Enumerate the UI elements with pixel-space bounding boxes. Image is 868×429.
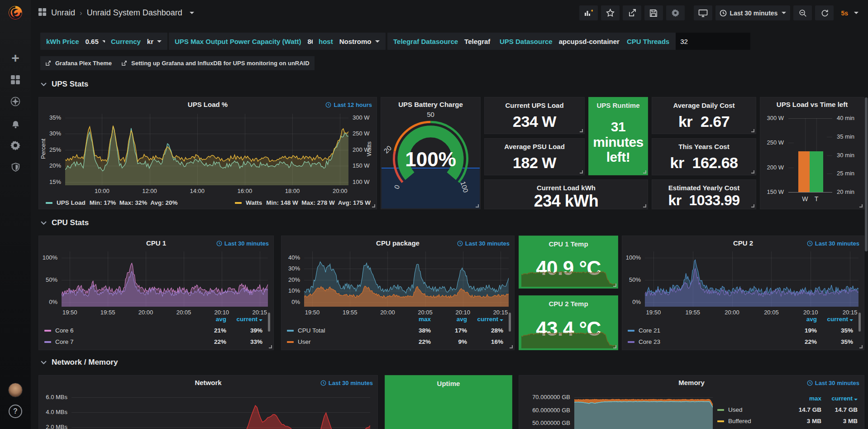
grafana-logo[interactable] (6, 3, 25, 22)
section-network-memory[interactable]: Network / Memory (41, 358, 118, 367)
stat-title[interactable]: CPU 2 Temp (548, 300, 588, 308)
legend-sort-current[interactable]: current (817, 316, 853, 323)
battery-gauge: 02050100100% (381, 97, 480, 209)
legend-sort-max[interactable]: max (395, 316, 431, 323)
panel-resize-handle[interactable] (751, 204, 754, 207)
panel-resize-handle[interactable] (859, 345, 863, 348)
legend-series-ups-load[interactable]: UPS LoadMin: 17% Max: 32% Avg: 20% (46, 199, 178, 206)
legend-series[interactable]: Core 7 (44, 338, 190, 345)
panel-resize-handle[interactable] (613, 345, 616, 348)
cpu-threads-input[interactable]: 32 (676, 33, 750, 50)
panel-time-override[interactable]: Last 30 minutes (807, 380, 859, 386)
dashboard-link-ups-monitoring[interactable]: Setting up Grafana and InfluxDB for UPS … (116, 56, 315, 70)
stat-title[interactable]: Average PSU Load (504, 143, 565, 150)
panel-current-ups-load: Current UPS Load 234 W (484, 97, 585, 134)
panel-title[interactable]: UPS Load vs Time left (760, 101, 864, 108)
stat-title[interactable]: CPU 1 Temp (548, 240, 588, 248)
legend-series[interactable]: User (287, 338, 395, 345)
stat-title[interactable]: Current UPS Load (505, 101, 563, 109)
panel-resize-handle[interactable] (580, 170, 583, 174)
axis-tick: 40 min (837, 115, 854, 121)
configuration-gear-icon[interactable] (0, 139, 31, 152)
legend-series[interactable]: Core 21 (628, 327, 781, 334)
legend-sort-current[interactable]: current (821, 395, 858, 402)
page-scrollbar[interactable] (865, 97, 868, 251)
legend-series[interactable]: Used (717, 406, 785, 413)
panel-title[interactable]: UPS Battery Charge (381, 101, 480, 108)
panel-resize-handle[interactable] (751, 129, 754, 132)
legend-scrollbar[interactable] (858, 313, 861, 332)
panel-resize-handle[interactable] (269, 345, 272, 348)
stat-title[interactable]: Average Daily Cost (673, 101, 734, 109)
variable-value-dropdown[interactable]: 0.65 (86, 38, 107, 45)
stat-title[interactable]: This Years Cost (678, 143, 729, 150)
variable-host: host Nostromo (313, 33, 386, 50)
ups-bars-plot: 300 W250 W200 W150 W40 min35 min30 min25… (760, 97, 864, 209)
y-axis-tick-right: 100 W (353, 178, 370, 185)
panel-time-override[interactable]: Last 30 minutes (320, 380, 373, 386)
section-cpu-stats[interactable]: CPU Stats (41, 218, 89, 227)
legend-sort-current[interactable]: current (467, 316, 503, 323)
y-axis-title-right: Watts (366, 124, 372, 174)
user-avatar[interactable] (8, 383, 23, 397)
series-color-swatch (717, 420, 724, 422)
variable-value-dropdown[interactable]: apcupsd-container (559, 38, 628, 45)
sidebar: + ? (0, 0, 31, 429)
panel-time-override[interactable]: Last 30 minutes (457, 240, 510, 247)
variable-telegraf-datasource: Telegraf Datasource Telegraf (387, 33, 504, 50)
cpu1-temp-sparkline (521, 268, 615, 287)
legend-sort-avg[interactable]: avg (781, 316, 817, 323)
legend-series[interactable]: Buffered (717, 418, 785, 424)
y-axis-tick-right: 300 W (353, 114, 370, 121)
legend-sort-max[interactable]: max (785, 395, 821, 402)
series-color-swatch (717, 409, 724, 411)
panel-time-override[interactable]: Last 30 minutes (807, 240, 859, 247)
graph-legend: avgcurrentCore 2119%35%Core 2322%35% (628, 313, 853, 347)
dashboard-canvas: kWh Price 0.65 Currency kr UPS Max Outpu… (0, 0, 868, 429)
legend-series-watts[interactable]: WattsMin: 148 W Max: 278 W Avg: 175 W (235, 199, 371, 206)
y-axis-tick: 35% (39, 114, 61, 121)
dashboard-link-plex-theme[interactable]: Grafana Plex Theme (40, 56, 117, 70)
legend-series[interactable]: Core 23 (628, 338, 781, 345)
y-axis-tick: 6.0 MBs (39, 394, 67, 400)
legend-sort-avg[interactable]: avg (190, 316, 226, 323)
panel-resize-handle[interactable] (580, 129, 583, 132)
panel-this-years-cost: This Years Cost kr 162.68 (652, 138, 756, 175)
explore-compass-icon[interactable] (0, 95, 31, 108)
legend-scrollbar[interactable] (509, 313, 511, 332)
variable-value-dropdown[interactable]: kr (147, 38, 162, 45)
panel-time-override[interactable]: Last 30 minutes (216, 240, 269, 247)
legend-series[interactable]: Core 6 (44, 327, 190, 334)
y-axis-tick: 4.0 MBs (39, 409, 67, 415)
legend-sort-avg[interactable]: avg (431, 316, 467, 323)
panel-resize-handle[interactable] (751, 170, 754, 174)
help-icon[interactable]: ? (9, 405, 22, 418)
panel-resize-handle[interactable] (613, 284, 616, 287)
variable-value-dropdown[interactable]: Nostromo (339, 38, 380, 45)
axis-tick: 300 W (760, 115, 784, 121)
stat-title[interactable]: UPS Runtime (596, 101, 639, 109)
panel-resize-handle[interactable] (476, 204, 479, 207)
stat-title[interactable]: Estimated Yearly Cost (668, 184, 739, 192)
stat-value: 1 month 1 (385, 387, 512, 429)
section-ups-stats[interactable]: UPS Stats (41, 80, 88, 89)
panel-resize-handle[interactable] (643, 204, 646, 207)
legend-sort-current[interactable]: current (226, 316, 262, 323)
panel-resize-handle[interactable] (859, 204, 863, 207)
y-axis-tick: 100% (622, 254, 641, 261)
panel-time-override[interactable]: Last 12 hours (325, 101, 372, 108)
dashboards-icon[interactable] (0, 73, 31, 87)
stat-title[interactable]: Uptime (437, 380, 460, 387)
legend-scrollbar[interactable] (268, 313, 270, 332)
graph-legend: maxcurrentUsed14.7 GB14.7 GBBuffered3 MB… (717, 393, 858, 427)
panel-resize-handle[interactable] (643, 170, 646, 174)
alerting-bell-icon[interactable] (0, 117, 31, 130)
x-axis-tick: 20:00 (324, 188, 356, 194)
panel-resize-handle[interactable] (510, 345, 513, 348)
create-plus-icon[interactable]: + (0, 51, 31, 65)
svg-text:100%: 100% (405, 148, 456, 170)
server-admin-shield-icon[interactable] (0, 160, 31, 174)
legend-series[interactable]: CPU Total (287, 327, 395, 334)
panel-resize-handle[interactable] (372, 204, 375, 207)
stat-title[interactable]: Current Load kWh (537, 184, 596, 192)
